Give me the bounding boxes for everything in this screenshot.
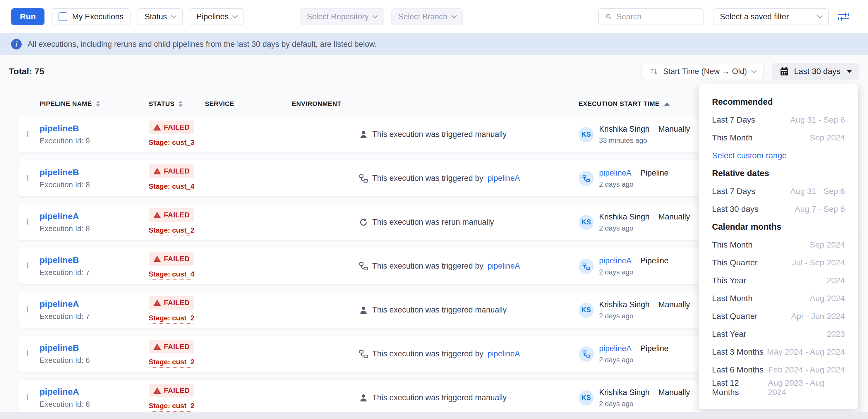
- expand-chevron-icon[interactable]: [27, 262, 28, 268]
- expand-chevron-icon[interactable]: [27, 219, 28, 225]
- header-pipeline-name[interactable]: PIPELINE NAME: [39, 100, 149, 108]
- stage-link[interactable]: Stage: cust_2: [149, 358, 194, 368]
- header-status[interactable]: STATUS: [149, 100, 205, 108]
- status-badge: FAILED: [149, 208, 194, 222]
- stage-link[interactable]: Stage: cust_2: [149, 402, 194, 412]
- status-filter-select[interactable]: Status: [137, 8, 183, 25]
- pipelines-filter-select[interactable]: Pipelines: [190, 8, 244, 25]
- executor-avatar: KS: [579, 302, 594, 318]
- menu-item[interactable]: This Month Sep 2024: [712, 236, 845, 254]
- menu-item[interactable]: Last 7 Days Aug 31 - Sep 6: [712, 111, 845, 129]
- trigger-mode: Pipeline: [640, 168, 669, 178]
- execution-id: Execution Id: 6: [39, 400, 149, 409]
- trigger-text: This execution was triggered by: [372, 262, 484, 271]
- menu-item[interactable]: Last Month Aug 2024: [712, 289, 845, 307]
- search-icon: [605, 12, 613, 21]
- sort-icon: [649, 67, 658, 76]
- total-count: Total: 75: [9, 66, 44, 76]
- execution-id: Execution Id: 6: [39, 356, 149, 365]
- summary-bar: Total: 75 Start Time (New → Old): [0, 55, 868, 88]
- menu-item[interactable]: Last 3 Months May 2024 - Aug 2024: [712, 343, 845, 361]
- saved-filter-select[interactable]: Select a saved filter: [713, 8, 829, 25]
- executor-name: Krishika Singh: [599, 213, 650, 222]
- menu-item[interactable]: Last 12 Months Aug 2023 - Aug 2024: [712, 379, 845, 396]
- pipeline-name-link[interactable]: pipelineB: [39, 343, 149, 353]
- stage-link[interactable]: Stage: cust_4: [149, 182, 194, 192]
- menu-item[interactable]: Last 7 Days Aug 31 - Sep 6: [712, 182, 845, 200]
- stage-link[interactable]: Stage: cust_2: [149, 314, 194, 324]
- header-environment: ENVIRONMENT: [292, 100, 359, 108]
- execution-id: Execution Id: 9: [39, 136, 149, 146]
- status-badge: FAILED: [149, 384, 194, 397]
- sort-arrows-icon[interactable]: [179, 101, 183, 107]
- pipelines-filter-label: Pipelines: [197, 12, 229, 21]
- branch-select-label: Select Branch: [398, 12, 447, 21]
- expand-chevron-icon[interactable]: [27, 350, 28, 356]
- search-input[interactable]: [617, 12, 696, 21]
- expand-chevron-icon[interactable]: [27, 175, 28, 181]
- pipeline-name-link[interactable]: pipelineA: [39, 387, 149, 397]
- stage-link[interactable]: Stage: cust_4: [149, 270, 194, 280]
- menu-item[interactable]: This Quarter Jul - Sep 2024: [712, 254, 845, 271]
- sort-arrows-icon[interactable]: [96, 101, 100, 107]
- divider: [636, 256, 636, 266]
- pipeline-name-link[interactable]: pipelineA: [39, 211, 149, 221]
- execution-time: 33 minutes ago: [599, 136, 690, 144]
- repository-select[interactable]: Select Repository: [300, 8, 384, 25]
- user-icon: [359, 393, 368, 402]
- my-executions-checkbox[interactable]: My Executions: [52, 8, 130, 25]
- menu-item[interactable]: Last Quarter Apr - Jun 2024: [712, 307, 845, 325]
- branch-select[interactable]: Select Branch: [391, 8, 463, 25]
- pipeline-name-link[interactable]: pipelineA: [39, 299, 149, 309]
- trigger-pipeline-link[interactable]: pipelineA: [488, 349, 520, 358]
- trigger-mode: Manually: [658, 300, 690, 309]
- trigger-text: This execution was rerun manually: [372, 218, 494, 227]
- status-badge: FAILED: [149, 296, 194, 310]
- calendar-icon: [779, 66, 789, 76]
- user-icon: [359, 305, 368, 315]
- stage-link[interactable]: Stage: cust_2: [149, 226, 194, 236]
- expand-chevron-icon[interactable]: [27, 307, 28, 313]
- run-button[interactable]: Run: [11, 8, 44, 25]
- executor-avatar: KS: [579, 390, 594, 406]
- status-badge: FAILED: [149, 340, 194, 353]
- executor-name: Krishika Singh: [599, 300, 650, 309]
- pipeline-name-link[interactable]: pipelineB: [39, 167, 149, 177]
- menu-item[interactable]: This Month Sep 2024: [712, 129, 845, 147]
- warning-icon: [153, 300, 161, 306]
- pipeline-name-link[interactable]: pipelineB: [39, 255, 149, 265]
- date-range-button[interactable]: Last 30 days: [772, 63, 859, 80]
- executor-pipeline-link[interactable]: pipelineA: [599, 168, 631, 178]
- menu-item[interactable]: Last 30 days Aug 7 - Sep 6: [712, 200, 845, 218]
- execution-time: 2 days ago: [599, 268, 669, 276]
- trigger-text: This execution was triggered manually: [372, 305, 506, 315]
- expand-chevron-icon[interactable]: [27, 131, 28, 137]
- checkbox-icon[interactable]: [59, 12, 67, 21]
- trigger-pipeline-link[interactable]: pipelineA: [488, 262, 520, 271]
- sort-select[interactable]: Start Time (New → Old): [642, 63, 764, 80]
- select-custom-range-link[interactable]: Select custom range: [712, 147, 845, 164]
- filter-settings-button[interactable]: [837, 10, 850, 23]
- status-badge: FAILED: [149, 121, 194, 134]
- trigger-mode: Manually: [658, 213, 690, 222]
- pipeline-name-link[interactable]: pipelineB: [39, 124, 149, 133]
- menu-item[interactable]: Last Year 2023: [712, 325, 845, 343]
- horizontal-scrollbar[interactable]: [0, 412, 868, 419]
- trigger-text: This execution was triggered by: [372, 349, 484, 358]
- stage-link[interactable]: Stage: cust_3: [149, 138, 194, 148]
- executor-pipeline-link[interactable]: pipelineA: [599, 344, 631, 353]
- expand-chevron-icon[interactable]: [27, 394, 28, 400]
- warning-icon: [153, 256, 161, 262]
- trigger-text: This execution was triggered by: [372, 174, 484, 183]
- executor-pipeline-link[interactable]: pipelineA: [599, 256, 631, 265]
- execution-time: 2 days ago: [599, 224, 690, 232]
- executor-avatar: [579, 171, 594, 186]
- menu-item[interactable]: This Year 2024: [712, 271, 845, 289]
- trigger-pipeline-link[interactable]: pipelineA: [488, 174, 520, 183]
- execution-time: 2 days ago: [599, 180, 669, 188]
- divider: [654, 388, 654, 397]
- execution-id: Execution Id: 7: [39, 268, 149, 277]
- search-box[interactable]: [598, 8, 704, 25]
- sort-ascending-icon[interactable]: [664, 102, 670, 106]
- menu-item[interactable]: Last 6 Months Feb 2024 - Aug 2024: [712, 361, 845, 379]
